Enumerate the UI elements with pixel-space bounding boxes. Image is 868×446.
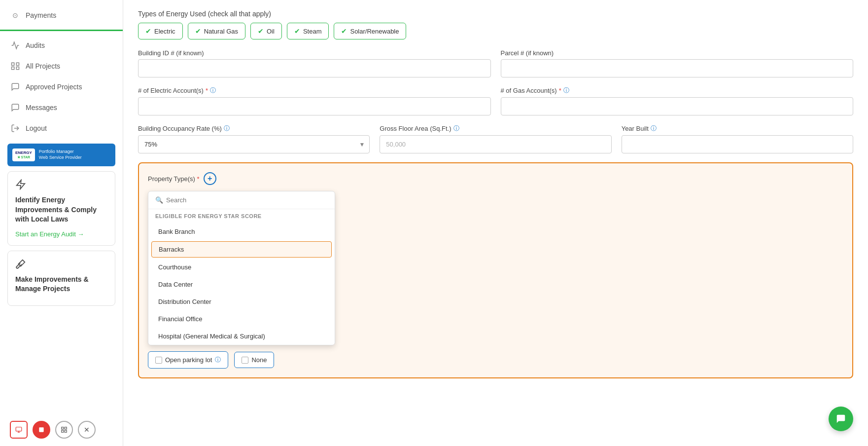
occupancy-group: Building Occupancy Rate (%) ⓘ 75% 50% 10… xyxy=(138,124,370,153)
logout-icon xyxy=(10,123,21,134)
sidebar-label-messages: Messages xyxy=(26,104,57,112)
year-built-input[interactable]: 1999 xyxy=(622,135,853,153)
dropdown-item-courthouse[interactable]: Courthouse xyxy=(148,259,335,276)
none-checkbox[interactable] xyxy=(242,357,248,364)
svg-rect-1 xyxy=(16,63,19,65)
building-id-input[interactable] xyxy=(138,59,491,77)
floor-area-input[interactable] xyxy=(380,135,611,153)
building-id-group: Building ID # (if known) xyxy=(138,49,491,77)
energy-label-oil: Oil xyxy=(267,28,275,35)
sidebar-item-approved-projects[interactable]: Approved Projects xyxy=(0,76,123,97)
sidebar-item-all-projects[interactable]: All Projects xyxy=(0,56,123,76)
record-button[interactable] xyxy=(33,421,50,439)
energy-chip-electric[interactable]: ✔ Electric xyxy=(138,23,183,39)
dropdown-item-financial-office[interactable]: Financial Office xyxy=(148,310,335,328)
svg-rect-2 xyxy=(12,67,14,70)
payments-icon: ⊙ xyxy=(10,10,21,21)
dropdown-item-hospital[interactable]: Hospital (General Medical & Surgical) xyxy=(148,328,335,345)
dropdown-search-input[interactable] xyxy=(166,196,328,204)
energy-chip-solar[interactable]: ✔ Solar/Renewable xyxy=(334,23,406,39)
approved-projects-icon xyxy=(10,81,21,92)
parcel-label: Parcel # (if known) xyxy=(501,49,854,57)
parcel-group: Parcel # (if known) xyxy=(501,49,854,77)
promo-card-audit: Identify Energy Improvements & Comply wi… xyxy=(7,171,115,246)
check-oil-icon: ✔ xyxy=(258,27,264,35)
search-icon: 🔍 xyxy=(155,196,163,204)
hammer-icon xyxy=(15,259,107,272)
svg-rect-3 xyxy=(16,67,19,70)
sidebar-item-payments[interactable]: ⊙ Payments xyxy=(0,5,123,26)
occupancy-select-wrapper: 75% 50% 100% 25% ▼ xyxy=(138,135,370,153)
promo-audit-title: Identify Energy Improvements & Comply wi… xyxy=(15,195,107,224)
svg-rect-13 xyxy=(65,430,67,432)
occupancy-info-icon: ⓘ xyxy=(224,124,230,133)
gas-accounts-input[interactable]: 1 xyxy=(501,97,854,115)
open-parking-label: Open parking lot xyxy=(165,356,212,364)
occupancy-row: Building Occupancy Rate (%) ⓘ 75% 50% 10… xyxy=(138,124,853,153)
energy-star-logo: ENERGY ★ STAR xyxy=(12,149,35,161)
gas-accounts-group: # of Gas Account(s) * ⓘ 1 xyxy=(501,86,854,115)
sidebar-nav: ⊙ Payments Audits All Projects Approved … xyxy=(0,0,123,413)
sidebar-label-approved-projects: Approved Projects xyxy=(26,83,82,91)
check-natural-gas-icon: ✔ xyxy=(195,27,201,35)
audits-icon xyxy=(10,40,21,51)
check-solar-icon: ✔ xyxy=(341,27,347,35)
grid-button[interactable] xyxy=(55,421,73,439)
floor-area-info-icon: ⓘ xyxy=(453,124,459,133)
parking-options-row: Open parking lot ⓘ None xyxy=(148,351,843,369)
messages-icon xyxy=(10,102,21,113)
dropdown-scroll: Eligible For ENERGY STAR Score Bank Bran… xyxy=(148,209,335,345)
lightning-icon xyxy=(15,179,107,192)
none-label: None xyxy=(251,356,267,364)
sidebar-item-messages[interactable]: Messages xyxy=(0,97,123,118)
sidebar-item-logout[interactable]: Logout xyxy=(0,118,123,139)
dropdown-item-barracks[interactable]: Barracks xyxy=(151,241,332,258)
year-built-label: Year Built ⓘ xyxy=(622,124,853,133)
property-type-asterisk: * xyxy=(197,175,199,183)
open-parking-chip[interactable]: Open parking lot ⓘ xyxy=(148,351,228,369)
electric-accounts-input[interactable]: 1 xyxy=(138,97,491,115)
floor-area-label: Gross Floor Area (Sq.Ft.) ⓘ xyxy=(380,124,611,133)
energy-star-banner: ENERGY ★ STAR Portfolio Manager Web Serv… xyxy=(7,144,115,166)
dropdown-item-bank-branch[interactable]: Bank Branch xyxy=(148,223,335,240)
dropdown-item-distribution-center[interactable]: Distribution Center xyxy=(148,293,335,310)
open-parking-checkbox[interactable] xyxy=(155,357,162,364)
check-electric-icon: ✔ xyxy=(145,27,151,35)
parcel-input[interactable] xyxy=(501,59,854,77)
energy-chip-natural-gas[interactable]: ✔ Natural Gas xyxy=(188,23,245,39)
energy-label-electric: Electric xyxy=(154,28,175,35)
svg-rect-10 xyxy=(62,427,64,429)
svg-marker-5 xyxy=(17,180,25,189)
year-built-group: Year Built ⓘ 1999 xyxy=(622,124,853,153)
none-chip[interactable]: None xyxy=(234,352,274,368)
svg-rect-12 xyxy=(62,430,64,432)
property-type-section: Property Type(s) * + 🔍 Eligible For ENER… xyxy=(138,162,853,378)
promo-card-improvements: Make Improvements & Manage Projects xyxy=(7,251,115,306)
energy-chip-oil[interactable]: ✔ Oil xyxy=(250,23,282,39)
dropdown-item-data-center[interactable]: Data Center xyxy=(148,276,335,293)
occupancy-select[interactable]: 75% 50% 100% 25% xyxy=(138,135,370,153)
energy-types-group: ✔ Electric ✔ Natural Gas ✔ Oil ✔ Steam ✔… xyxy=(138,23,853,39)
energy-label-steam: Steam xyxy=(303,28,322,35)
floor-area-group: Gross Floor Area (Sq.Ft.) ⓘ xyxy=(380,124,611,153)
sidebar-label-audits: Audits xyxy=(26,41,45,49)
year-built-info-icon: ⓘ xyxy=(651,124,657,133)
sidebar-divider xyxy=(0,30,123,31)
gas-info-icon: ⓘ xyxy=(563,86,569,95)
close-button[interactable]: ✕ xyxy=(78,421,96,439)
sidebar: ⊙ Payments Audits All Projects Approved … xyxy=(0,0,123,446)
add-property-type-button[interactable]: + xyxy=(204,172,216,185)
gas-asterisk: * xyxy=(559,87,561,94)
electric-info-icon: ⓘ xyxy=(210,86,216,95)
electric-asterisk: * xyxy=(206,87,208,94)
screen-record-button[interactable] xyxy=(10,421,28,439)
svg-rect-9 xyxy=(39,427,43,432)
sidebar-item-audits[interactable]: Audits xyxy=(0,35,123,56)
occupancy-label: Building Occupancy Rate (%) ⓘ xyxy=(138,124,370,133)
energy-chip-steam[interactable]: ✔ Steam xyxy=(287,23,329,39)
start-energy-audit-link[interactable]: Start an Energy Audit → xyxy=(15,230,84,238)
sidebar-label-logout: Logout xyxy=(26,124,47,132)
all-projects-icon xyxy=(10,61,21,72)
chat-button[interactable] xyxy=(829,407,853,431)
building-id-label: Building ID # (if known) xyxy=(138,49,491,57)
